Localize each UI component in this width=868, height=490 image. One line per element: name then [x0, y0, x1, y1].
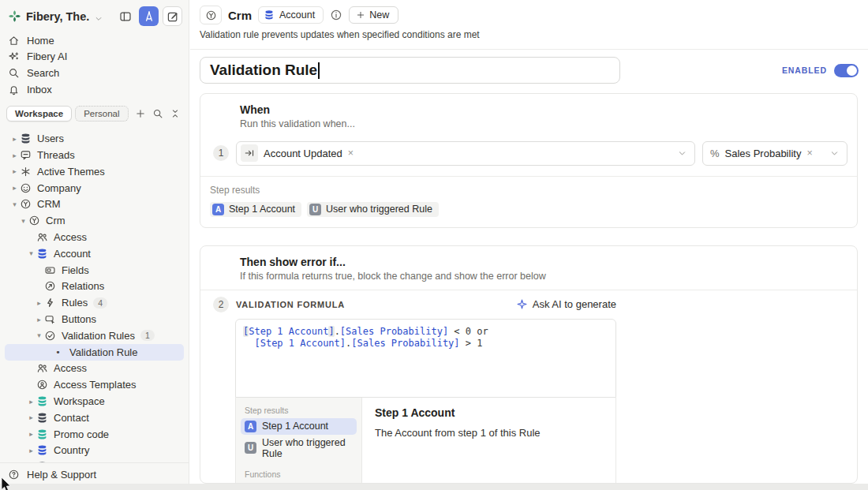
tree-expand-icon[interactable]: ▸	[9, 135, 20, 143]
ask-ai-button[interactable]: Ask AI to generate	[516, 298, 616, 310]
letter-badge: U	[245, 442, 256, 454]
plus-icon	[356, 10, 365, 20]
sidebar-item-contact[interactable]: ▸Contact	[5, 410, 184, 426]
chip-label: Step 1 Account	[229, 204, 295, 215]
step-result-chip-user-who-triggered-rule[interactable]: UUser who triggered Rule	[307, 202, 439, 217]
app-circle-icon	[20, 198, 32, 210]
sidebar-item-access[interactable]: Access	[5, 361, 184, 377]
header-divider	[190, 49, 868, 50]
step-results-section: Step results AStep 1 AccountUUser who tr…	[200, 177, 857, 227]
trigger-select[interactable]: Account Updated ×	[236, 141, 695, 166]
tree-item-label: Crm	[46, 215, 65, 226]
info-icon[interactable]	[330, 9, 342, 21]
count-badge: 4	[93, 297, 107, 309]
sidebar-item-active-themes[interactable]: ▸Active Themes	[5, 163, 184, 180]
enabled-toggle[interactable]	[834, 64, 859, 77]
when-subtitle: Run this validation when...	[240, 118, 355, 129]
sidebar-item-access[interactable]: Access	[5, 229, 184, 245]
tree-item-label: Validation Rules	[62, 330, 135, 342]
tree-item-label: Relations	[62, 280, 104, 292]
tree-expand-icon[interactable]: ▸	[26, 413, 36, 421]
letter-badge: A	[245, 421, 256, 432]
sidebar-item-company[interactable]: ▸Company	[5, 180, 184, 196]
compass-tools-button[interactable]	[139, 6, 159, 26]
sidebar-item-fields[interactable]: Fields	[5, 262, 184, 279]
formula-area: 2 VALIDATION FORMULA Ask AI to generate …	[200, 290, 616, 484]
person-circle-icon	[36, 379, 48, 391]
tree-expand-icon[interactable]: ▸	[34, 316, 44, 324]
sidebar-item-buttons[interactable]: ▸Buttons	[5, 311, 184, 327]
sidebar-item-fibery-ai[interactable]: Fibery AI	[0, 49, 189, 65]
tab-workspace[interactable]: Workspace	[6, 106, 72, 122]
sidebar-item-validation-rules[interactable]: ▾Validation Rules1	[5, 327, 184, 344]
tab-personal[interactable]: Personal	[75, 106, 128, 122]
collapse-all-icon[interactable]	[170, 108, 181, 119]
main-panel: Crm Account New Validation rule prevents…	[190, 0, 868, 490]
crm-app-icon-button[interactable]	[200, 6, 222, 24]
sidebar-item-crm[interactable]: ▾CRM	[5, 196, 184, 213]
sidebar-item-inbox[interactable]: Inbox	[0, 81, 189, 98]
tree-item-label: Rules	[62, 297, 88, 309]
tree-collapse-icon[interactable]: ▾	[18, 217, 28, 225]
field-select-value: Sales Probability	[725, 148, 802, 159]
workspace-header: Fibery, The.	[0, 0, 189, 30]
search-tree-icon[interactable]	[152, 108, 163, 119]
step-result-chip-step-1-account[interactable]: AStep 1 Account	[210, 202, 301, 217]
sidebar-item-crm[interactable]: ▾Crm	[5, 212, 184, 229]
new-button[interactable]: New	[349, 6, 398, 24]
autocomplete-item-user-who-triggered-rule[interactable]: UUser who triggered Rule	[241, 435, 357, 462]
sidebar-item-country[interactable]: ▸Country	[5, 443, 184, 459]
sidebar-item-workspace[interactable]: ▸Workspace	[5, 393, 184, 410]
formula-code-editor[interactable]: [Step 1 Account].[Sales Probability] < 0…	[235, 319, 616, 398]
add-icon[interactable]	[135, 108, 146, 119]
tree-collapse-icon[interactable]: ▾	[9, 200, 20, 208]
tree-item-label: Company	[37, 182, 81, 194]
main-header: Crm Account New	[190, 0, 868, 27]
tree-expand-icon[interactable]: ▸	[34, 299, 44, 307]
tree-item-label: Validation Rule	[69, 346, 137, 358]
rule-name-input[interactable]: Validation Rule	[200, 57, 620, 84]
chevron-down-icon[interactable]	[94, 13, 103, 22]
when-card-header: When Run this validation when...	[200, 94, 857, 137]
then-card-header: Then show error if... If this formula re…	[200, 246, 857, 290]
tree-expand-icon[interactable]: ▸	[26, 430, 36, 438]
autocomplete-item-label: User who triggered Rule	[262, 437, 353, 459]
tree-collapse-icon[interactable]: ▾	[26, 249, 36, 257]
field-select[interactable]: % Sales Probability ×	[702, 141, 847, 166]
remove-field-icon[interactable]: ×	[806, 148, 812, 159]
tree-item-label: Active Themes	[37, 166, 105, 178]
autocomplete-item-step-1-account[interactable]: AStep 1 Account	[241, 418, 357, 435]
database-icon	[36, 412, 48, 424]
entity-chip-account[interactable]: Account	[258, 6, 324, 24]
nav-item-label: Home	[27, 35, 54, 47]
button-click-icon	[44, 313, 56, 325]
sidebar-item-home[interactable]: Home	[0, 32, 189, 49]
tree-item-label: Contact	[54, 412, 89, 424]
remove-trigger-icon[interactable]: ×	[348, 148, 354, 159]
sidebar-item-validation-rule[interactable]: •Validation Rule	[5, 344, 184, 361]
tree-collapse-icon[interactable]: ▾	[34, 331, 44, 339]
sidebar-item-rules[interactable]: ▸Rules4	[5, 294, 184, 311]
compose-button[interactable]	[163, 6, 182, 26]
step-results-label: Step results	[210, 185, 847, 196]
sidebar-item-threads[interactable]: ▸Threads	[5, 147, 184, 163]
sidebar-item-account[interactable]: ▾Account	[5, 245, 184, 262]
tree-expand-icon[interactable]: ▸	[26, 447, 36, 454]
sidebar-item-access-templates[interactable]: Access Templates	[5, 376, 184, 393]
sidebar-nav: HomeFibery AISearchInbox	[0, 30, 189, 102]
field-card-icon	[44, 264, 56, 276]
sidebar-item-search[interactable]: Search	[0, 65, 189, 81]
sidebar-item-relations[interactable]: Relations	[5, 279, 184, 295]
tree-item-label: Country	[54, 444, 90, 456]
entity-chip-label: Account	[279, 9, 315, 21]
sidebar-item-users[interactable]: ▸Users	[5, 130, 184, 147]
workspace-name[interactable]: Fibery, The.	[26, 10, 89, 23]
tree-expand-icon[interactable]: ▸	[9, 184, 20, 192]
tree-expand-icon[interactable]: ▸	[9, 167, 20, 175]
lightning-icon	[210, 103, 232, 125]
sidebar-item-promo-code[interactable]: ▸Promo code	[5, 426, 184, 443]
tree-expand-icon[interactable]: ▸	[26, 398, 36, 406]
panel-toggle-icon[interactable]	[115, 6, 135, 26]
sidebar-header-icons	[115, 6, 182, 26]
tree-expand-icon[interactable]: ▸	[9, 151, 20, 159]
